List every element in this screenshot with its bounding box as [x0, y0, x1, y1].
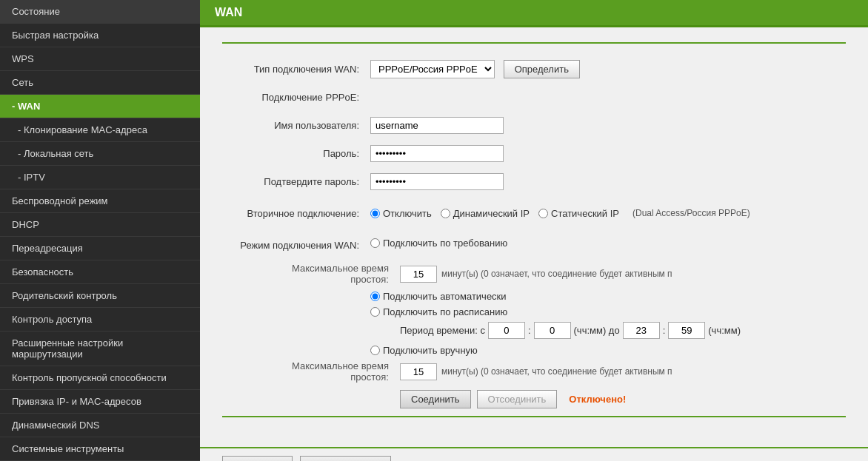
time-hhmm2: (чч:мм)	[708, 325, 741, 336]
mode-on-demand[interactable]: Подключить по требованию	[370, 238, 846, 249]
secondary-static-radio[interactable]	[538, 209, 548, 218]
confirm-password-field-wrap	[370, 173, 846, 190]
wan-mode-options: Подключить по требованию	[370, 238, 846, 253]
time-colon2: :	[663, 325, 666, 336]
mode-on-demand-label: Подключить по требованию	[383, 238, 507, 249]
sidebar-item-access-control[interactable]: Контроль доступа	[0, 308, 200, 332]
mode-manual-radio[interactable]	[370, 346, 380, 355]
username-row: Имя пользователя:	[222, 115, 846, 135]
secondary-dynamic[interactable]: Динамический IP	[441, 208, 530, 219]
max-idle-on-demand-row: Максимальное время простоя: минут(ы) (0 …	[222, 263, 846, 285]
wan-mode-row: Режим подключения WAN: Подключить по тре…	[222, 235, 846, 255]
max-idle-manual-row: Максимальное время простоя: минут(ы) (0 …	[222, 360, 846, 383]
secondary-radio-group: Отключить Динамический IP Статический IP…	[370, 208, 846, 219]
sidebar-item-security[interactable]: Безопасность	[0, 260, 200, 284]
wan-type-value: PPPoE/Россия PPPoEДинамический IPСтатиче…	[370, 60, 846, 78]
sidebar-item-system-tools[interactable]: Системные инструменты	[0, 437, 200, 461]
sidebar-item-ddns[interactable]: Динамический DNS	[0, 414, 200, 437]
sidebar: СостояниеБыстрая настройкаWPSСеть- WAN- …	[0, 0, 200, 461]
save-button[interactable]: Сохранить	[222, 456, 293, 461]
wan-type-row: Тип подключения WAN: PPPoE/Россия PPPoEД…	[222, 58, 846, 79]
max-idle-on-demand-input[interactable]	[400, 266, 437, 283]
schedule-connect-row: Подключить по расписанию	[370, 306, 846, 317]
time-to-h-input[interactable]	[623, 322, 660, 339]
time-period-row: Период времени: с : (чч:мм) до : (чч:мм)	[222, 322, 846, 339]
mode-schedule-radio[interactable]	[370, 307, 380, 317]
sidebar-item-parental[interactable]: Родительский контроль	[0, 284, 200, 308]
time-hhmm1: (чч:мм) до	[574, 325, 620, 336]
wan-type-label: Тип подключения WAN:	[222, 64, 370, 75]
disconnect-button[interactable]: Отсоединить	[477, 390, 558, 408]
password-input[interactable]	[370, 145, 504, 162]
mode-auto-radio[interactable]	[370, 292, 380, 301]
username-label: Имя пользователя:	[222, 120, 370, 131]
time-to-m-input[interactable]	[668, 322, 705, 339]
main-content: WAN Тип подключения WAN: PPPoE/Россия PP…	[200, 0, 868, 461]
mode-auto[interactable]: Подключить автоматически	[370, 291, 846, 302]
secondary-dynamic-label: Динамический IP	[453, 208, 530, 219]
advanced-button[interactable]: Дополнительно	[300, 456, 392, 461]
sidebar-item-status[interactable]: Состояние	[0, 0, 200, 24]
secondary-disable[interactable]: Отключить	[370, 208, 432, 219]
detect-button[interactable]: Определить	[504, 60, 580, 78]
sidebar-item-forwarding[interactable]: Переадресация	[0, 237, 200, 260]
max-idle-manual-note: минут(ы) (0 означает, что соединение буд…	[441, 366, 672, 377]
pppoe-row: Подключение PPPoE:	[222, 87, 846, 107]
secondary-row: Вторичное подключение: Отключить Динамич…	[222, 203, 846, 223]
confirm-password-input[interactable]	[370, 173, 504, 190]
sidebar-item-lan[interactable]: - Локальная сеть	[0, 142, 200, 166]
connect-button[interactable]: Соединить	[400, 390, 471, 408]
sidebar-item-ip-mac-bind[interactable]: Привязка IP- и MAC-адресов	[0, 390, 200, 414]
secondary-dynamic-radio[interactable]	[441, 209, 450, 218]
content-area: Тип подключения WAN: PPPoE/Россия PPPoEД…	[200, 27, 868, 447]
secondary-options: Отключить Динамический IP Статический IP…	[370, 208, 846, 219]
sidebar-item-quick-setup[interactable]: Быстрая настройка	[0, 24, 200, 47]
mode-schedule[interactable]: Подключить по расписанию	[370, 306, 846, 317]
sidebar-item-dhcp[interactable]: DHCP	[0, 213, 200, 237]
sidebar-item-network[interactable]: Сеть	[0, 71, 200, 95]
secondary-static[interactable]: Статический IP	[538, 208, 619, 219]
secondary-disable-radio[interactable]	[370, 209, 380, 218]
max-idle-manual-label: Максимальное время простоя:	[252, 360, 400, 383]
time-from-m-input[interactable]	[534, 322, 571, 339]
mode-auto-label: Подключить автоматически	[383, 291, 507, 302]
password-field-wrap	[370, 145, 846, 162]
max-idle-manual-input[interactable]	[400, 363, 437, 380]
password-row: Пароль:	[222, 143, 846, 164]
sidebar-item-bandwidth[interactable]: Контроль пропускной способности	[0, 366, 200, 390]
page-title: WAN	[200, 0, 868, 27]
wan-type-select[interactable]: PPPoE/Россия PPPoEДинамический IPСтатиче…	[370, 60, 495, 78]
mode-manual-label: Подключить вручную	[383, 345, 478, 356]
secondary-note: (Dual Access/Россия PPPoE)	[632, 208, 750, 218]
wan-mode-label: Режим подключения WAN:	[222, 240, 370, 251]
password-label: Пароль:	[222, 148, 370, 159]
sidebar-item-iptv[interactable]: - IPTV	[0, 166, 200, 189]
sidebar-item-wan[interactable]: - WAN	[0, 95, 200, 118]
time-from-h-input[interactable]	[488, 322, 525, 339]
secondary-label: Вторичное подключение:	[222, 208, 370, 219]
mode-schedule-label: Подключить по расписанию	[383, 306, 507, 317]
connect-row: Соединить Отсоединить Отключено!	[400, 390, 846, 408]
sidebar-item-wps[interactable]: WPS	[0, 47, 200, 71]
confirm-password-label: Подтвердите пароль:	[222, 176, 370, 187]
time-colon1: :	[528, 325, 531, 336]
status-text: Отключено!	[569, 394, 626, 405]
mode-manual[interactable]: Подключить вручную	[370, 345, 846, 356]
time-row: Период времени: с : (чч:мм) до : (чч:мм)	[400, 322, 741, 339]
mode-on-demand-radio[interactable]	[370, 238, 380, 248]
secondary-static-label: Статический IP	[551, 208, 619, 219]
pppoe-label: Подключение PPPoE:	[222, 92, 370, 103]
max-idle-on-demand-note: минут(ы) (0 означает, что соединение буд…	[441, 269, 672, 279]
period-label: Период времени: с	[400, 325, 485, 336]
username-field-wrap	[370, 117, 846, 134]
sidebar-item-mac-clone[interactable]: - Клонирование MAC-адреса	[0, 118, 200, 142]
secondary-disable-label: Отключить	[383, 208, 432, 219]
auto-connect-row: Подключить автоматически	[370, 291, 846, 302]
sidebar-item-routing[interactable]: Расширенные настройки маршрутизации	[0, 332, 200, 366]
footer-bar: Сохранить Дополнительно	[200, 447, 868, 461]
max-idle-on-demand-label: Максимальное время простоя:	[252, 263, 400, 285]
confirm-password-row: Подтвердите пароль:	[222, 171, 846, 192]
sidebar-item-wireless[interactable]: Беспроводной режим	[0, 189, 200, 213]
username-input[interactable]	[370, 117, 504, 134]
manual-connect-row: Подключить вручную	[370, 345, 846, 356]
